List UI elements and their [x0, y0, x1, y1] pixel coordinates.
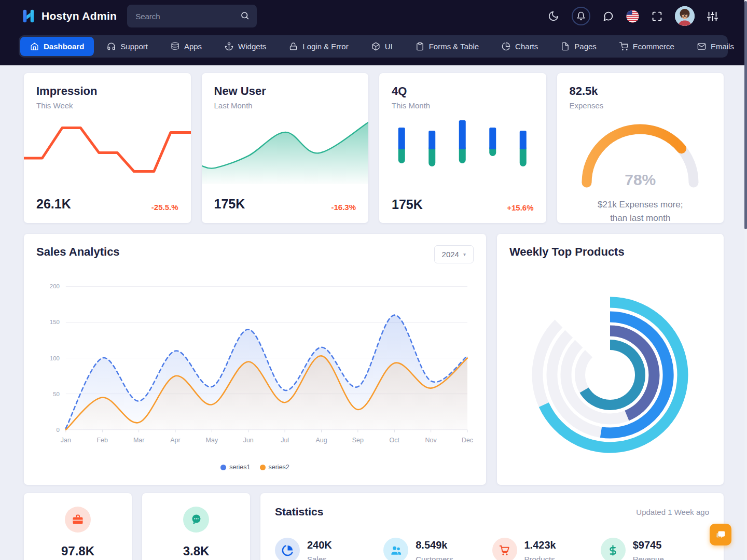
scrollbar-track[interactable] [744, 0, 747, 560]
expenses-card: 82.5k Expenses 78% $21k Expenses more; t… [557, 73, 724, 223]
impression-delta: -25.5.% [151, 203, 178, 212]
new-user-delta: -16.3% [331, 203, 356, 212]
brand-logo-icon [21, 8, 36, 24]
lock-icon [289, 42, 298, 51]
app-header: Hostyn Admin [0, 0, 747, 65]
scrollbar-thumb[interactable] [744, 1, 747, 229]
stat-customers-label: Customers [416, 555, 453, 560]
nav-item-charts[interactable]: Charts [492, 37, 548, 56]
expenses-value: 82.5k [570, 85, 712, 98]
svg-text:Apr: Apr [170, 437, 180, 444]
user-avatar[interactable] [675, 6, 695, 26]
notification-ring [572, 7, 590, 25]
file-icon [561, 42, 570, 51]
orders-value: 97.8K [61, 544, 94, 558]
anchor-icon [225, 42, 233, 51]
stat-revenue: $9745 Revenue [601, 538, 709, 560]
stat-sales-label: Sales [307, 555, 332, 560]
new-user-area-chart [202, 117, 369, 186]
nav-item-pages[interactable]: Pages [551, 37, 606, 56]
impression-sparkline-chart [24, 111, 191, 191]
main-nav: DashboardSupportAppsWidgetsLogin & Error… [19, 35, 728, 58]
legend-item-series1[interactable]: series1 [220, 464, 250, 471]
svg-text:100: 100 [50, 355, 60, 361]
chevron-down-icon: ▾ [463, 251, 466, 257]
stat-products-value: 1.423k [524, 538, 556, 551]
q4-card: 4Q This Month 175K +15.6% [379, 73, 546, 223]
box-icon [371, 42, 380, 51]
pie-chart-icon [275, 538, 300, 560]
impression-subtitle: This Week [36, 101, 178, 110]
impression-card: Impression This Week 26.1K -25.5.% [24, 73, 191, 223]
messages-button[interactable] [603, 11, 614, 22]
new-user-value: 175K [214, 197, 245, 212]
statistics-card: Statistics Updated 1 Week ago 240K Sales [260, 493, 724, 560]
new-user-subtitle: Last Month [214, 101, 356, 110]
svg-text:Jul: Jul [281, 437, 289, 444]
q4-value: 175K [392, 197, 423, 212]
support-chat-fab[interactable] [710, 524, 731, 545]
svg-text:150: 150 [50, 319, 60, 325]
stat-products-label: Products [524, 555, 556, 560]
stat-revenue-label: Revenue [633, 555, 664, 560]
q4-bar-chart [392, 110, 534, 190]
review-card: 3.8K Review [142, 493, 250, 560]
chat-bubble-icon [603, 11, 614, 22]
orders-card: 97.8K Orders [24, 493, 132, 560]
nav-item-widgets[interactable]: Widgets [215, 37, 276, 56]
svg-text:Aug: Aug [315, 437, 327, 444]
svg-text:0: 0 [57, 427, 60, 433]
nav-item-ui[interactable]: UI [362, 37, 403, 56]
legend-item-series2[interactable]: series2 [260, 464, 289, 471]
home-icon [30, 42, 39, 51]
stat-sales-value: 240K [307, 538, 332, 551]
svg-text:Jun: Jun [243, 437, 254, 444]
headphones-icon [107, 42, 116, 51]
legend-dot [260, 465, 266, 470]
settings-button[interactable] [707, 11, 718, 22]
nav-item-ecommerce[interactable]: Ecommerce [610, 37, 684, 56]
review-value: 3.8K [183, 544, 210, 558]
maximize-icon [652, 11, 662, 22]
search-input[interactable] [127, 5, 257, 27]
expenses-gauge-chart: 78% [580, 117, 700, 190]
nav-item-apps[interactable]: Apps [161, 37, 212, 56]
notifications-button[interactable] [572, 7, 590, 25]
year-select[interactable]: 2024 ▾ [434, 245, 474, 263]
stat-sales: 240K Sales [275, 538, 383, 560]
sales-analytics-card: Sales Analytics 2024 ▾ 050100150200JanFe… [24, 234, 486, 485]
clipboard-icon [416, 42, 424, 51]
svg-text:50: 50 [53, 391, 60, 397]
sales-chart-legend: series1series2 [36, 464, 474, 471]
dark-mode-toggle[interactable] [548, 10, 559, 22]
weekly-top-products-card: Weekly Top Products [497, 234, 724, 485]
avatar-image [675, 6, 695, 26]
fullscreen-button[interactable] [652, 11, 662, 22]
svg-text:Sep: Sep [352, 437, 364, 444]
expenses-subtitle: Expenses [570, 101, 712, 110]
language-button[interactable] [626, 10, 639, 23]
q4-title: 4Q [392, 85, 534, 98]
new-user-title: New User [214, 85, 356, 98]
nav-item-login-error[interactable]: Login & Error [279, 37, 358, 56]
users-icon [383, 538, 408, 560]
moon-icon [548, 10, 559, 22]
impression-title: Impression [36, 85, 178, 98]
us-flag-icon [626, 10, 639, 23]
chat-fab-icon [715, 529, 726, 540]
search-icon[interactable] [240, 11, 250, 20]
nav-item-emails[interactable]: Emails [687, 37, 744, 56]
statistics-updated: Updated 1 Week ago [636, 508, 709, 516]
dashboard-content: Impression This Week 26.1K -25.5.% New U… [0, 65, 747, 560]
q4-subtitle: This Month [392, 101, 534, 110]
topbar: Hostyn Admin [0, 0, 747, 32]
nav-item-dashboard[interactable]: Dashboard [20, 37, 94, 56]
stat-products: 1.423k Products [492, 538, 601, 560]
nav-item-forms-table[interactable]: Forms & Table [406, 37, 489, 56]
nav-item-support[interactable]: Support [97, 37, 158, 56]
year-select-value: 2024 [442, 250, 459, 259]
brand-logo[interactable]: Hostyn Admin [21, 8, 117, 24]
expenses-gauge-percent: 78% [580, 171, 700, 189]
sliders-icon [707, 11, 718, 22]
cart-icon [492, 538, 517, 560]
